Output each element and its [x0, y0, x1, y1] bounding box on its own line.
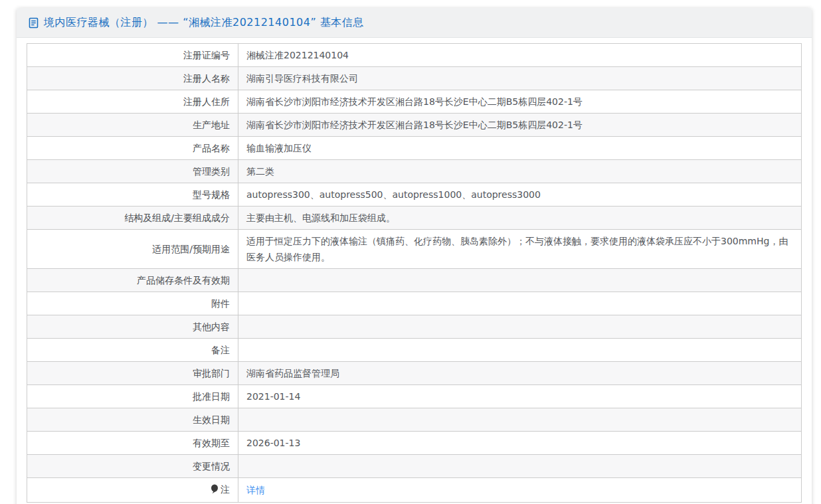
row-label: 附件 — [27, 292, 238, 315]
row-value — [238, 408, 802, 432]
row-label: 结构及组成/主要组成成分 — [27, 207, 238, 230]
row-value: 输血输液加压仪 — [238, 137, 802, 160]
table-row: 批准日期 2021-01-14 — [27, 385, 802, 408]
row-label: 注册人名称 — [27, 67, 238, 90]
row-label: 批准日期 — [27, 385, 238, 408]
row-label: 其他内容 — [27, 315, 238, 339]
row-value: 湘械注准20212140104 — [238, 44, 802, 67]
table-row: 型号规格 autopress300、autopress500、autopress… — [27, 183, 802, 207]
row-label: 有效期至 — [27, 432, 238, 455]
row-value — [238, 315, 802, 339]
table-row: 附件 — [27, 292, 802, 315]
row-value — [238, 269, 802, 292]
table-row: 注册人住所 湖南省长沙市浏阳市经济技术开发区湘台路18号长沙E中心二期B5栋四层… — [27, 90, 802, 114]
table-row: 注册证编号 湘械注准20212140104 — [27, 44, 802, 67]
row-label: 管理类别 — [27, 160, 238, 183]
detail-link[interactable]: 详情 — [246, 485, 265, 495]
note-label: 注 — [221, 484, 230, 495]
row-label: 适用范围/预期用途 — [27, 230, 238, 269]
row-label-note: 注 — [27, 478, 238, 503]
row-value — [238, 339, 802, 362]
row-value: 适用于恒定压力下的液体输注（镇痛药、化疗药物、胰岛素除外）；不与液体接触，要求使… — [238, 230, 802, 269]
row-value-note: 详情 — [238, 478, 802, 503]
table-row: 适用范围/预期用途 适用于恒定压力下的液体输注（镇痛药、化疗药物、胰岛素除外）；… — [27, 230, 802, 269]
table-row: 其他内容 — [27, 315, 802, 339]
row-label: 产品储存条件及有效期 — [27, 269, 238, 292]
table-row: 管理类别 第二类 — [27, 160, 802, 183]
row-label: 生效日期 — [27, 408, 238, 432]
row-label: 审批部门 — [27, 362, 238, 385]
card-body: 注册证编号 湘械注准20212140104 注册人名称 湖南引导医疗科技有限公司… — [17, 38, 812, 504]
row-value: 湖南引导医疗科技有限公司 — [238, 67, 802, 90]
table-row: 注册人名称 湖南引导医疗科技有限公司 — [27, 67, 802, 90]
table-row: 生效日期 — [27, 408, 802, 432]
row-value: 湖南省药品监督管理局 — [238, 362, 802, 385]
table-row: 变更情况 — [27, 455, 802, 478]
row-value: 2021-01-14 — [238, 385, 802, 408]
page-title: 境内医疗器械（注册） —— “湘械注准20212140104” 基本信息 — [44, 16, 364, 30]
row-value: 2026-01-13 — [238, 432, 802, 455]
table-row: 备注 — [27, 339, 802, 362]
row-label: 备注 — [27, 339, 238, 362]
row-value: 第二类 — [238, 160, 802, 183]
row-label: 产品名称 — [27, 137, 238, 160]
table-row-note: 注 详情 — [27, 478, 802, 503]
row-value: autopress300、autopress500、autopress1000、… — [238, 183, 802, 207]
table-row: 产品名称 输血输液加压仪 — [27, 137, 802, 160]
row-label: 变更情况 — [27, 455, 238, 478]
row-label: 注册证编号 — [27, 44, 238, 67]
row-label: 型号规格 — [27, 183, 238, 207]
table-row: 审批部门 湖南省药品监督管理局 — [27, 362, 802, 385]
table-row: 有效期至 2026-01-13 — [27, 432, 802, 455]
row-label: 生产地址 — [27, 114, 238, 137]
row-value — [238, 292, 802, 315]
row-value: 湖南省长沙市浏阳市经济技术开发区湘台路18号长沙E中心二期B5栋四层402-1号 — [238, 114, 802, 137]
document-icon — [29, 17, 39, 29]
balloon-icon — [211, 483, 219, 499]
registration-card: 境内医疗器械（注册） —— “湘械注准20212140104” 基本信息 注册证… — [17, 8, 812, 504]
card-header: 境内医疗器械（注册） —— “湘械注准20212140104” 基本信息 — [17, 8, 812, 38]
row-value — [238, 455, 802, 478]
table-row: 产品储存条件及有效期 — [27, 269, 802, 292]
registration-info-table: 注册证编号 湘械注准20212140104 注册人名称 湖南引导医疗科技有限公司… — [27, 43, 802, 503]
table-row: 生产地址 湖南省长沙市浏阳市经济技术开发区湘台路18号长沙E中心二期B5栋四层4… — [27, 114, 802, 137]
table-row: 结构及组成/主要组成成分 主要由主机、电源线和加压袋组成。 — [27, 207, 802, 230]
row-value: 湖南省长沙市浏阳市经济技术开发区湘台路18号长沙E中心二期B5栋四层402-1号 — [238, 90, 802, 114]
row-label: 注册人住所 — [27, 90, 238, 114]
row-value: 主要由主机、电源线和加压袋组成。 — [238, 207, 802, 230]
